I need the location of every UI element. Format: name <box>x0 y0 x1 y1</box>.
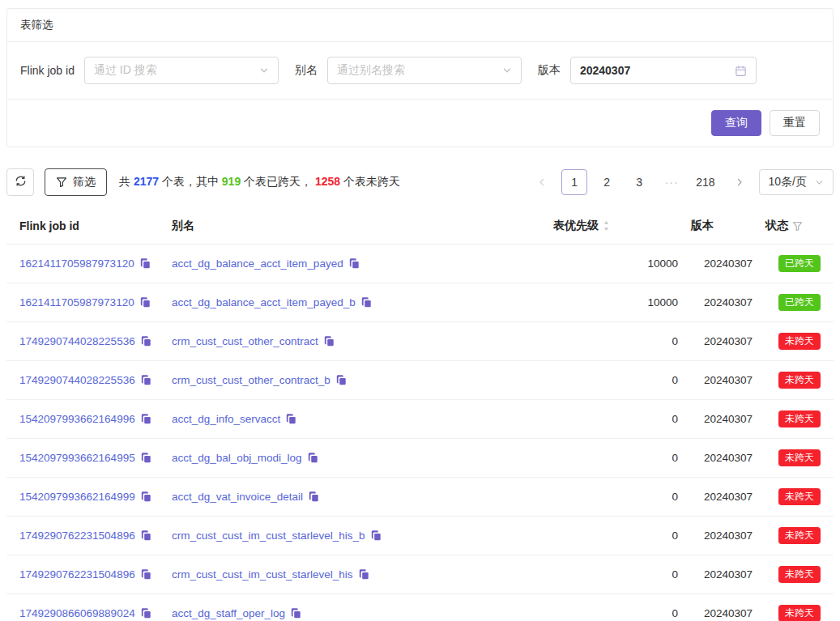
status-cell: 未跨天 <box>759 517 834 555</box>
version-cell: 20240307 <box>684 439 759 478</box>
status-cell: 未跨天 <box>759 478 834 517</box>
page-button-2[interactable]: 2 <box>594 169 620 195</box>
copy-icon[interactable] <box>140 297 151 308</box>
priority-cell: 10000 <box>547 283 684 322</box>
alias-link[interactable]: crm_cust_cust_im_cust_starlevel_his <box>172 568 353 581</box>
version-cell: 20240307 <box>684 478 759 517</box>
copy-icon[interactable] <box>309 491 319 502</box>
version-date-input[interactable]: 20240307 <box>570 57 757 84</box>
summary-suffix: 个表未跨天 <box>340 175 400 188</box>
flink-job-id-link[interactable]: 1542097993662164995 <box>19 452 135 464</box>
alias-select[interactable]: 通过别名搜索 <box>327 57 522 84</box>
copy-icon[interactable] <box>141 375 151 385</box>
flink-job-id-link[interactable]: 1542097993662164996 <box>19 413 135 425</box>
priority-cell: 0 <box>547 322 684 361</box>
flink-job-id-label: Flink job id <box>20 64 75 77</box>
page-button-last[interactable]: 218 <box>691 169 719 195</box>
status-badge: 已跨天 <box>778 294 821 311</box>
copy-icon[interactable] <box>291 608 301 619</box>
query-button[interactable]: 查询 <box>711 110 761 136</box>
priority-cell: 0 <box>547 400 684 439</box>
flink-job-id-cell: 1749290744028225536 <box>6 322 165 361</box>
status-badge: 未跨天 <box>778 333 821 350</box>
calendar-icon <box>735 65 747 77</box>
alias-link[interactable]: crm_cust_cust_other_contract <box>172 335 318 347</box>
copy-icon[interactable] <box>141 491 151 502</box>
alias-cell: acct_dg_balance_acct_item_payed <box>165 245 547 283</box>
flink-job-id-link[interactable]: 1749290762231504896 <box>19 568 135 581</box>
flink-job-id-cell: 1542097993662164999 <box>6 478 165 517</box>
table-toolbar: 筛选 共 2177 个表，其中 919 个表已跨天， 1258 个表未跨天 1 … <box>6 168 834 196</box>
flink-job-id-link[interactable]: 1621411705987973120 <box>19 257 134 270</box>
flink-job-id-link[interactable]: 1621411705987973120 <box>19 296 134 308</box>
alias-link[interactable]: crm_cust_cust_other_contract_b <box>172 374 330 386</box>
column-filter-icon[interactable] <box>792 221 803 232</box>
copy-icon[interactable] <box>371 530 382 541</box>
status-cell: 未跨天 <box>759 361 834 400</box>
status-cell: 未跨天 <box>759 400 834 439</box>
alias-link[interactable]: acct_dg_vat_invoice_detail <box>172 491 303 503</box>
priority-cell: 0 <box>547 594 684 621</box>
version-cell: 20240307 <box>684 283 759 322</box>
header-priority-label: 表优先级 <box>553 219 599 233</box>
copy-icon[interactable] <box>141 530 151 541</box>
alias-link[interactable]: acct_dg_staff_oper_log <box>172 607 285 619</box>
priority-cell: 0 <box>547 555 684 594</box>
alias-link[interactable]: acct_dg_info_servacct <box>172 413 280 425</box>
table-row: 1542097993662164996 acct_dg_info_servacc… <box>6 400 834 439</box>
copy-icon[interactable] <box>349 258 360 269</box>
copy-icon[interactable] <box>140 258 151 269</box>
flink-job-id-link[interactable]: 1749290762231504896 <box>19 530 135 542</box>
priority-cell: 0 <box>547 517 684 555</box>
copy-icon[interactable] <box>141 453 151 463</box>
copy-icon[interactable] <box>141 608 151 619</box>
alias-link[interactable]: acct_dg_balance_acct_item_payed <box>172 257 343 270</box>
copy-icon[interactable] <box>324 336 335 347</box>
table-header-row: Flink job id 别名 表优先级 版本 状态 <box>6 209 834 245</box>
chevron-right-icon <box>735 177 744 187</box>
version-cell: 20240307 <box>684 322 759 361</box>
copy-icon[interactable] <box>286 414 296 424</box>
copy-icon[interactable] <box>141 414 151 424</box>
flink-job-id-link[interactable]: 1749290744028225536 <box>19 374 135 386</box>
alias-link[interactable]: acct_dg_bal_obj_modi_log <box>172 452 302 464</box>
copy-icon[interactable] <box>361 297 372 308</box>
alias-cell: acct_dg_bal_obj_modi_log <box>165 439 547 478</box>
copy-icon[interactable] <box>141 336 151 347</box>
next-page-button[interactable] <box>727 169 753 195</box>
priority-cell: 10000 <box>547 245 684 283</box>
copy-icon[interactable] <box>308 453 318 463</box>
copy-icon[interactable] <box>336 375 347 385</box>
chevron-down-icon <box>502 66 512 75</box>
page-button-1[interactable]: 1 <box>561 169 587 195</box>
refresh-button[interactable] <box>6 168 34 196</box>
priority-cell: 0 <box>547 439 684 478</box>
alias-link[interactable]: crm_cust_cust_im_cust_starlevel_his_b <box>172 530 365 542</box>
table-row: 1749290762231504896 crm_cust_cust_im_cus… <box>6 517 834 555</box>
version-cell: 20240307 <box>684 555 759 594</box>
flink-job-id-link[interactable]: 1542097993662164999 <box>19 491 135 503</box>
refresh-icon <box>15 175 27 189</box>
page-ellipsis[interactable]: ··· <box>659 169 684 195</box>
reset-button[interactable]: 重置 <box>770 110 820 136</box>
priority-cell: 0 <box>547 478 684 517</box>
flink-job-id-link[interactable]: 1749290866069889024 <box>19 607 135 619</box>
flink-job-id-select[interactable]: 通过 ID 搜索 <box>84 57 279 84</box>
flink-job-id-link[interactable]: 1749290744028225536 <box>19 335 135 347</box>
version-cell: 20240307 <box>684 594 759 621</box>
copy-icon[interactable] <box>141 569 151 580</box>
copy-icon[interactable] <box>359 569 369 580</box>
alias-label: 别名 <box>295 63 318 78</box>
filter-toggle-button[interactable]: 筛选 <box>45 168 107 196</box>
page-size-select[interactable]: 10条/页 <box>759 169 834 195</box>
alias-field: 别名 通过别名搜索 <box>295 57 538 84</box>
alias-link[interactable]: acct_dg_balance_acct_item_payed_b <box>172 296 356 308</box>
status-cell: 未跨天 <box>759 555 834 594</box>
sort-icon[interactable] <box>603 220 610 232</box>
table-row: 1749290866069889024 acct_dg_staff_oper_l… <box>6 594 834 621</box>
page-button-3[interactable]: 3 <box>626 169 652 195</box>
summary-text: 共 2177 个表，其中 919 个表已跨天， 1258 个表未跨天 <box>119 175 400 189</box>
chevron-left-icon <box>537 177 547 187</box>
filter-card: 表筛选 Flink job id 通过 ID 搜索 别名 通过别名搜索 版本 <box>6 8 834 147</box>
prev-page-button[interactable] <box>529 169 555 195</box>
